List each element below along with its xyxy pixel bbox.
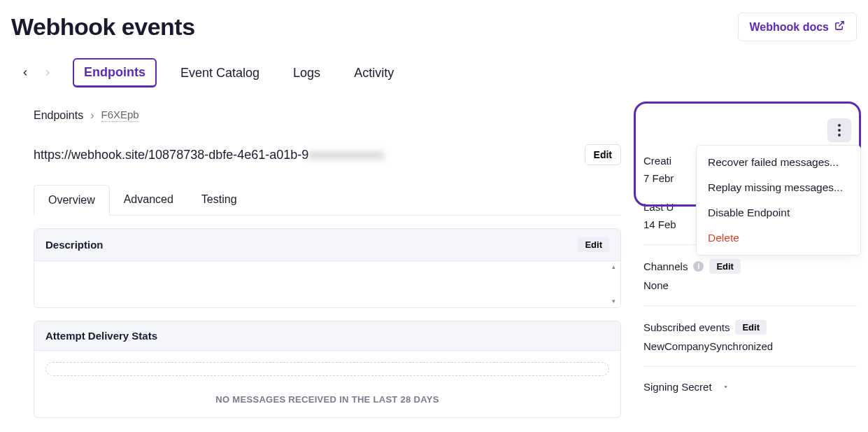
info-icon[interactable]: i xyxy=(693,261,704,272)
subscribed-events-value: NewCompanySynchronized xyxy=(643,340,857,352)
page-title: Webhook events xyxy=(11,13,195,41)
kebab-icon xyxy=(838,124,841,137)
edit-description-button[interactable]: Edit xyxy=(578,237,609,252)
endpoint-url-hidden: xxxxxxxxxxxx xyxy=(308,148,384,162)
nav-forward-button[interactable] xyxy=(42,67,53,78)
webhook-docs-button[interactable]: Webhook docs xyxy=(738,13,858,41)
tab-activity[interactable]: Activity xyxy=(344,60,404,86)
breadcrumb-id: F6XEpb xyxy=(101,109,139,122)
signing-secret-toggle[interactable]: Signing Secret xyxy=(643,381,857,393)
endpoint-actions-dropdown: Recover failed messages... Replay missin… xyxy=(696,145,861,256)
svg-line-0 xyxy=(839,22,844,27)
stats-empty-message: NO MESSAGES RECEIVED IN THE LAST 28 DAYS xyxy=(34,387,620,417)
description-body: ▴▾ xyxy=(34,261,620,307)
divider xyxy=(643,305,857,306)
subscribed-events-label: Subscribed events xyxy=(643,321,730,333)
external-link-icon xyxy=(834,20,845,34)
edit-channels-button[interactable]: Edit xyxy=(709,259,741,274)
chevron-down-icon xyxy=(722,381,730,393)
tab-event-catalog[interactable]: Event Catalog xyxy=(171,60,269,86)
menu-replay-missing[interactable]: Replay missing messages... xyxy=(697,175,860,200)
stats-empty-bar xyxy=(45,362,609,376)
menu-delete[interactable]: Delete xyxy=(697,225,860,251)
channels-label: Channels xyxy=(643,260,688,272)
menu-disable-endpoint[interactable]: Disable Endpoint xyxy=(697,200,860,225)
tab-logs[interactable]: Logs xyxy=(283,60,330,86)
endpoint-url: https://webhook.site/10878738-dbfe-4e61-… xyxy=(34,148,384,162)
subtab-overview[interactable]: Overview xyxy=(34,185,110,216)
endpoint-url-visible: https://webhook.site/10878738-dbfe-4e61-… xyxy=(34,148,308,162)
description-title: Description xyxy=(45,239,104,251)
stats-card: Attempt Delivery Stats NO MESSAGES RECEI… xyxy=(34,321,621,418)
signing-secret-label: Signing Secret xyxy=(643,381,712,393)
subtabs: Overview Advanced Testing xyxy=(34,185,621,216)
breadcrumb-separator: › xyxy=(90,109,94,122)
menu-recover-failed[interactable]: Recover failed messages... xyxy=(697,150,860,175)
divider xyxy=(643,366,857,367)
scrollbar-indicator[interactable]: ▴▾ xyxy=(612,264,619,305)
subtab-testing[interactable]: Testing xyxy=(187,185,251,215)
breadcrumb: Endpoints › F6XEpb xyxy=(34,109,621,122)
nav-back-button[interactable] xyxy=(20,67,31,78)
tab-endpoints[interactable]: Endpoints xyxy=(73,58,157,88)
stats-title: Attempt Delivery Stats xyxy=(45,330,157,342)
docs-button-label: Webhook docs xyxy=(750,21,830,34)
edit-url-button[interactable]: Edit xyxy=(585,144,621,165)
stats-body: NO MESSAGES RECEIVED IN THE LAST 28 DAYS xyxy=(34,362,620,417)
description-card: Description Edit ▴▾ xyxy=(34,228,621,308)
channels-value: None xyxy=(643,279,857,291)
subtab-advanced[interactable]: Advanced xyxy=(110,185,187,215)
endpoint-actions-menu-button[interactable] xyxy=(827,118,851,142)
breadcrumb-root[interactable]: Endpoints xyxy=(34,109,83,122)
edit-subscribed-button[interactable]: Edit xyxy=(735,320,767,335)
primary-tabs: Endpoints Event Catalog Logs Activity xyxy=(73,58,404,88)
